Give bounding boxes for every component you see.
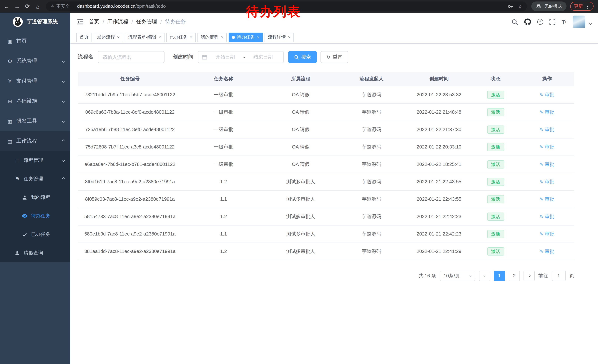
sidebar-item-label: 请假查询 — [24, 250, 43, 256]
refresh-icon: ↻ — [326, 54, 331, 60]
cell-task-id: a6aba0a4-7b6d-11ec-b781-acde48001122 — [78, 155, 182, 173]
collapse-menu-icon[interactable] — [77, 19, 84, 25]
status-badge: 激活 — [487, 178, 504, 186]
table-row[interactable]: 73211d9d-7b9b-11ec-b5b7-acde48001122 一级审… — [78, 86, 574, 103]
approve-link-label: 审批 — [545, 126, 555, 133]
search-button[interactable]: 搜索 — [288, 51, 317, 63]
page-size-value: 10条/页 — [443, 272, 460, 279]
date-range-picker[interactable]: 开始日期 - 结束日期 — [198, 51, 284, 63]
sidebar-item-label: 任务管理 — [24, 176, 43, 182]
security-label[interactable]: 不安全 — [56, 3, 70, 9]
approve-link[interactable]: ✎ 审批 — [540, 231, 554, 237]
font-size-icon[interactable]: TT — [562, 19, 566, 25]
bookmark-star-icon[interactable]: ☆ — [518, 3, 523, 9]
process-name-label: 流程名 — [78, 54, 93, 60]
breadcrumb-workflow[interactable]: 工作流程 — [108, 18, 128, 25]
fullscreen-icon[interactable] — [549, 19, 555, 25]
next-page-button[interactable] — [523, 270, 535, 281]
chevron-down-icon — [62, 100, 65, 102]
approve-link-label: 审批 — [545, 161, 555, 168]
close-icon[interactable]: × — [189, 35, 192, 40]
incognito-label: 无痕模式 — [544, 3, 562, 9]
sidebar-item-system-mgmt[interactable]: ⚙ 系统管理 — [0, 51, 70, 71]
table-row[interactable]: 58154733-7ac8-11ec-a9e2-a2380e71991a 1.2… — [78, 208, 574, 225]
col-status: 状态 — [472, 72, 520, 86]
approve-link[interactable]: ✎ 审批 — [540, 144, 554, 150]
page-button-1[interactable]: 1 — [494, 270, 505, 281]
sidebar-item-my-process[interactable]: 我的流程 — [0, 188, 70, 207]
check-icon — [22, 232, 28, 237]
url-domain: dashboard.yudao.iocoder.cn — [77, 4, 135, 9]
tab-done-task[interactable]: 已办任务 × — [166, 32, 196, 42]
close-icon[interactable]: × — [117, 35, 120, 40]
close-icon[interactable]: × — [158, 35, 161, 40]
approve-link[interactable]: ✎ 审批 — [540, 109, 554, 115]
approve-link[interactable]: ✎ 审批 — [540, 161, 554, 168]
process-name-input[interactable] — [98, 51, 165, 63]
close-icon[interactable]: × — [256, 35, 259, 40]
prev-page-button[interactable] — [479, 270, 490, 281]
edit-icon: ✎ — [540, 179, 543, 184]
approve-link[interactable]: ✎ 审批 — [540, 126, 554, 133]
goto-page-input[interactable] — [552, 270, 566, 281]
breadcrumb-home[interactable]: 首页 — [89, 18, 99, 25]
sidebar-item-home[interactable]: ▣ 首页 — [0, 31, 70, 51]
close-icon[interactable]: × — [288, 35, 291, 40]
table-row[interactable]: 725a1eb6-7b88-11ec-8ef0-acde48001122 一级审… — [78, 121, 574, 138]
cell-created-time: 2022-01-21 22:41:29 — [407, 243, 472, 260]
app-logo[interactable]: 芋道管理系统 — [0, 13, 70, 31]
cell-status: 激活 — [472, 103, 520, 121]
home-icon[interactable]: ⌂ — [33, 3, 43, 9]
table-row[interactable]: 8f0d1619-7ac8-11ec-a9e2-a2380e71991a 1.2… — [78, 173, 574, 190]
cell-task-name: 一级审批 — [182, 138, 265, 155]
tab-home[interactable]: 首页 — [76, 32, 92, 42]
table-row[interactable]: a6aba0a4-7b6d-11ec-b781-acde48001122 一级审… — [78, 155, 574, 173]
back-icon[interactable]: ← — [1, 3, 12, 9]
tab-todo-task[interactable]: 待办任务 × — [229, 32, 263, 42]
avatar[interactable] — [573, 16, 585, 28]
tab-start-process[interactable]: 发起流程 × — [94, 32, 123, 42]
tab-form-edit[interactable]: 流程表单-编辑 × — [125, 32, 165, 42]
table-row[interactable]: 580e1b3d-7ac8-11ec-a9e2-a2380e71991a 1.1… — [78, 225, 574, 243]
table-row[interactable]: 75d72608-7b7f-11ec-a3c8-acde48001122 一级审… — [78, 138, 574, 155]
refresh-icon[interactable]: ⟳ — [22, 3, 33, 10]
approve-link[interactable]: ✎ 审批 — [540, 178, 554, 185]
approve-link[interactable]: ✎ 审批 — [540, 196, 554, 202]
table-row[interactable]: 381aa1dd-7ac8-11ec-a9e2-a2380e71991a 1.2… — [78, 243, 574, 260]
table-row[interactable]: 8f059c03-7ac8-11ec-a9e2-a2380e71991a 1.1… — [78, 190, 574, 208]
sidebar-item-done-task[interactable]: 已办任务 — [0, 225, 70, 244]
search-icon — [294, 55, 299, 59]
table-row[interactable]: 069c6a63-7b8a-11ec-8ef0-acde48001122 一级审… — [78, 103, 574, 121]
sidebar-item-payment-mgmt[interactable]: ¥ 支付管理 — [0, 71, 70, 91]
sidebar-item-task-mgmt[interactable]: ⚑ 任务管理 — [0, 170, 70, 188]
reset-button[interactable]: ↻ 重置 — [321, 51, 348, 63]
approve-link[interactable]: ✎ 审批 — [540, 248, 554, 255]
page-unit-label: 页 — [569, 272, 574, 279]
browser-menu-icon[interactable]: ⋮ — [585, 4, 590, 9]
page-size-select[interactable]: 10条/页 — [440, 270, 475, 281]
sidebar-item-process-mgmt[interactable]: ≣ 流程管理 — [0, 151, 70, 170]
yen-icon: ¥ — [7, 78, 13, 84]
cell-initiator: 芋道源码 — [336, 173, 407, 190]
page-button-2[interactable]: 2 — [509, 270, 520, 281]
sidebar-item-infrastructure[interactable]: ⊞ 基础设施 — [0, 91, 70, 111]
sidebar-item-dev-tools[interactable]: ▦ 研发工具 — [0, 111, 70, 131]
sidebar-item-leave-query[interactable]: 请假查询 — [0, 244, 70, 262]
forward-icon[interactable]: → — [12, 3, 22, 9]
update-button[interactable]: 更新 ⋮ — [570, 2, 594, 11]
help-icon[interactable]: ? — [537, 19, 543, 25]
approve-link[interactable]: ✎ 审批 — [540, 91, 554, 98]
screen: ← → ⟳ ⌂ ⚠ 不安全 dashboard.yudao.iocoder.cn… — [0, 0, 598, 364]
sidebar-item-workflow[interactable]: ▤ 工作流程 — [0, 131, 70, 151]
tab-my-process[interactable]: 我的流程 × — [198, 32, 227, 42]
main-area: 首页 / 工作流程 / 任务管理 / 待办任务 ? — [70, 13, 598, 364]
user-menu-caret-icon[interactable] — [590, 19, 591, 26]
breadcrumb-task-mgmt[interactable]: 任务管理 — [136, 18, 157, 25]
sidebar-item-todo-task[interactable]: 待办任务 — [0, 207, 70, 225]
tab-process-detail[interactable]: 流程详情 × — [265, 32, 294, 42]
key-icon[interactable] — [508, 4, 513, 9]
github-icon[interactable] — [524, 18, 531, 25]
search-icon[interactable] — [512, 19, 518, 25]
approve-link[interactable]: ✎ 审批 — [540, 213, 554, 220]
close-icon[interactable]: × — [220, 35, 224, 40]
